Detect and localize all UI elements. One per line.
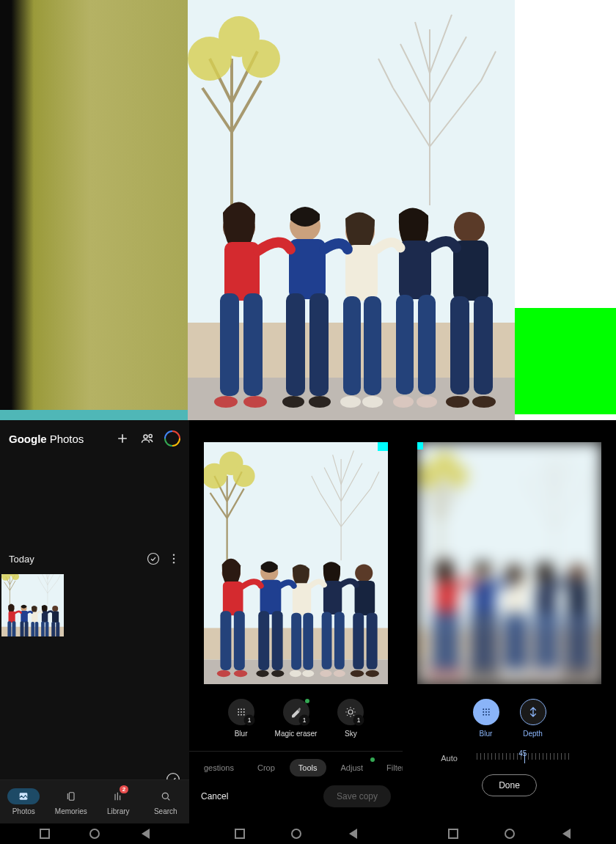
cancel-button[interactable]: Cancel <box>201 791 228 801</box>
nav-memories[interactable]: Memories <box>55 788 87 815</box>
section-today-row: Today <box>0 552 189 571</box>
more-icon[interactable] <box>167 552 180 565</box>
sys-home-icon[interactable] <box>89 829 100 839</box>
tool-depth[interactable]: Depth <box>520 699 546 738</box>
sys-recent-icon[interactable] <box>235 829 245 839</box>
svg-point-55 <box>238 714 239 716</box>
tool-row: Blur Magic eraser Sky <box>228 699 364 738</box>
tool-blur[interactable]: Blur <box>228 699 254 738</box>
editor-preview-blurred[interactable] <box>417 442 601 684</box>
svg-point-64 <box>488 711 489 713</box>
select-all-icon[interactable] <box>147 552 160 565</box>
svg-point-48 <box>162 793 168 799</box>
svg-point-56 <box>241 714 242 716</box>
gp-brand-google: Google <box>9 433 47 445</box>
sys-back-icon[interactable] <box>560 829 571 839</box>
tool-magic-eraser[interactable]: Magic eraser <box>275 699 318 738</box>
svg-rect-47 <box>69 793 74 801</box>
sys-home-icon[interactable] <box>291 829 301 839</box>
tool-sky[interactable]: Sky <box>337 699 364 738</box>
svg-point-50 <box>241 708 242 710</box>
tool-depth-label: Depth <box>523 730 543 738</box>
svg-point-54 <box>243 711 244 713</box>
gp-logo: Google Photos <box>9 433 106 445</box>
nav-photos[interactable]: Photos <box>7 788 40 815</box>
svg-point-65 <box>483 714 484 716</box>
save-copy-button[interactable]: Save copy <box>323 785 391 807</box>
svg-point-41 <box>144 435 147 438</box>
sys-recent-icon[interactable] <box>40 829 50 839</box>
tool-blur-active[interactable]: Blur <box>473 699 499 738</box>
system-nav <box>403 823 616 844</box>
hero-left-smear <box>0 0 188 420</box>
nav-memories-label: Memories <box>55 807 87 815</box>
editor-tools-panel: Blur Magic eraser Sky gestions Crop <box>189 420 403 844</box>
category-row: gestions Crop Tools Adjust Filters <box>189 751 403 777</box>
share-people-icon[interactable] <box>139 430 155 447</box>
nav-library[interactable]: 2 Library <box>102 788 134 815</box>
slider-strip: Auto 45 <box>441 751 578 766</box>
svg-point-51 <box>243 708 244 710</box>
slider-value: 45 <box>518 749 527 757</box>
svg-point-61 <box>488 708 489 710</box>
nav-search-label: Search <box>154 807 177 815</box>
add-icon[interactable] <box>114 430 131 447</box>
system-nav <box>0 823 189 844</box>
gp-bottom-nav: Photos Memories 2 Library Search <box>0 779 189 823</box>
editor-preview[interactable] <box>204 442 388 684</box>
sys-back-icon[interactable] <box>347 829 357 839</box>
svg-point-45 <box>173 562 175 563</box>
tool-blur-label: Blur <box>480 730 493 738</box>
gp-brand-photos: Photos <box>50 433 84 445</box>
action-row: Done <box>403 766 616 796</box>
sys-back-icon[interactable] <box>139 829 150 839</box>
auto-button[interactable]: Auto <box>441 754 458 763</box>
cat-adjust[interactable]: Adjust <box>332 759 373 777</box>
svg-point-66 <box>485 714 487 716</box>
hero-right-pad <box>515 0 616 420</box>
cat-tools[interactable]: Tools <box>290 759 326 777</box>
svg-point-43 <box>173 554 175 556</box>
photo-thumbnail[interactable] <box>1 574 64 636</box>
hero-photo <box>188 0 515 420</box>
cat-suggestions[interactable]: gestions <box>195 759 243 777</box>
editor-blur-panel: Blur Depth Auto 45 <box>403 420 616 844</box>
nav-library-badge: 2 <box>120 785 128 793</box>
svg-point-44 <box>173 558 175 559</box>
nav-search[interactable]: Search <box>150 788 182 815</box>
gp-header: Google Photos <box>0 420 189 457</box>
nav-photos-label: Photos <box>12 807 35 815</box>
google-photos-panel: Google Photos Today <box>0 420 189 844</box>
svg-point-63 <box>485 711 487 713</box>
svg-point-60 <box>485 708 487 710</box>
svg-point-67 <box>488 714 489 716</box>
tool-magic-eraser-label: Magic eraser <box>275 730 318 738</box>
svg-point-62 <box>483 711 484 713</box>
nav-library-label: Library <box>107 807 130 815</box>
action-row: Cancel Save copy <box>189 777 403 807</box>
blur-slider[interactable]: 45 <box>468 751 578 766</box>
sys-home-icon[interactable] <box>505 829 515 839</box>
tool-row: Blur Depth <box>473 699 546 738</box>
svg-point-42 <box>149 435 152 438</box>
svg-point-53 <box>241 711 242 713</box>
hero-strip <box>0 0 616 420</box>
tool-sky-label: Sky <box>345 730 357 738</box>
system-nav <box>189 823 403 844</box>
sys-recent-icon[interactable] <box>448 829 458 839</box>
section-today-label: Today <box>9 554 34 565</box>
tool-blur-label: Blur <box>235 730 248 738</box>
svg-point-49 <box>238 708 239 710</box>
account-avatar[interactable] <box>164 430 180 447</box>
done-button[interactable]: Done <box>482 774 537 796</box>
cat-crop[interactable]: Crop <box>249 759 284 777</box>
svg-point-52 <box>238 711 239 713</box>
svg-point-59 <box>483 708 484 710</box>
